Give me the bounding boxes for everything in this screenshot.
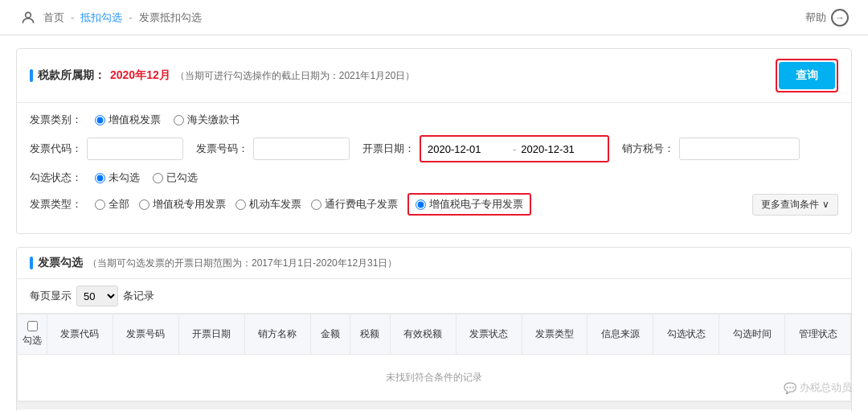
invoice-type-vat[interactable]: 增值税发票 xyxy=(95,113,161,127)
date-filter-item: 开票日期： - xyxy=(362,135,609,162)
table-header-row: 勾选 发票代码 发票号码 开票日期 销方名称 金额 税额 有效税额 发票状态 发… xyxy=(18,314,851,355)
code-number-date-row: 发票代码： 发票号码： 开票日期： - xyxy=(30,135,838,162)
invoice-category-row: 发票类型： 全部 增值税专用发票 机动车发票 xyxy=(30,193,838,216)
invoice-category-radio-group: 全部 增值税专用发票 机动车发票 通行费电子发票 xyxy=(95,193,531,216)
code-filter-item: 发票代码： xyxy=(30,138,183,160)
category-electronic-special-label: 增值税电子专用发票 xyxy=(429,197,523,212)
watermark-icon: 💬 xyxy=(784,382,796,394)
more-conditions-label: 更多查询条件 xyxy=(761,198,819,212)
invoice-type-customs-label: 海关缴款书 xyxy=(187,113,240,127)
th-tax: 税额 xyxy=(350,314,391,355)
breadcrumb-prefix: 首页 xyxy=(43,10,64,25)
tax-period-label: 税款所属期： xyxy=(38,68,105,83)
checked-radio[interactable] xyxy=(153,173,163,183)
svg-point-0 xyxy=(26,12,31,18)
th-manage-status: 管理状态 xyxy=(785,314,851,355)
number-filter-item: 发票号码： xyxy=(196,138,350,160)
number-label: 发票号码： xyxy=(196,142,248,156)
breadcrumb: 首页 - 抵扣勾选 - 发票抵扣勾选 xyxy=(19,9,202,27)
no-data-row: 未找到符合条件的记录 xyxy=(18,355,851,401)
watermark: 💬 办税总动员 xyxy=(784,380,852,395)
per-page-select[interactable]: 50 100 200 xyxy=(76,286,118,306)
invoice-selection-note: （当期可勾选发票的开票日期范围为：2017年1月1日-2020年12月31日） xyxy=(88,257,397,270)
category-special-vat[interactable]: 增值税专用发票 xyxy=(139,197,226,212)
th-number: 发票号码 xyxy=(113,314,178,355)
per-page-unit: 条记录 xyxy=(123,289,154,303)
category-special-vat-label: 增值税专用发票 xyxy=(153,197,226,212)
tax-period-value: 2020年12月 xyxy=(110,68,170,83)
seller-input[interactable] xyxy=(679,138,800,160)
category-vehicle-radio[interactable] xyxy=(235,199,246,210)
date-end-input[interactable] xyxy=(521,139,601,158)
category-vehicle-label: 机动车发票 xyxy=(249,197,301,212)
invoice-type-row: 发票类别： 增值税发票 海关缴款书 xyxy=(30,113,838,127)
category-toll-radio[interactable] xyxy=(311,199,321,210)
category-electronic-special[interactable]: 增值税电子专用发票 xyxy=(416,197,523,212)
tax-period-header: 税款所属期： 2020年12月 （当期可进行勾选操作的截止日期为：2021年1月… xyxy=(17,49,851,103)
invoice-type-vat-label: 增值税发票 xyxy=(108,113,161,127)
category-all[interactable]: 全部 xyxy=(95,197,129,212)
th-check-time: 勾选时间 xyxy=(719,314,785,355)
number-input[interactable] xyxy=(253,138,350,160)
date-label: 开票日期： xyxy=(362,142,415,156)
code-input[interactable] xyxy=(87,138,183,160)
check-status-checked[interactable]: 已勾选 xyxy=(153,171,198,185)
th-checkbox[interactable]: 勾选 xyxy=(18,314,47,355)
unchecked-label: 未勾选 xyxy=(108,171,140,185)
th-amount: 金额 xyxy=(310,314,350,355)
query-button-wrapper: 查询 xyxy=(776,59,838,92)
breadcrumb-sep1: - xyxy=(71,11,74,23)
invoice-selection-header: 发票勾选 （当期可勾选发票的开票日期范围为：2017年1月1日-2020年12月… xyxy=(17,248,851,279)
per-page-label: 每页显示 xyxy=(30,289,72,303)
invoice-table: 勾选 发票代码 发票号码 开票日期 销方名称 金额 税额 有效税额 发票状态 发… xyxy=(17,314,851,401)
query-btn-highlight-box: 查询 xyxy=(776,59,838,92)
category-electronic-special-radio[interactable] xyxy=(416,199,426,210)
select-all-checkbox[interactable] xyxy=(27,321,38,331)
th-effective-tax: 有效税额 xyxy=(390,314,456,355)
tax-period-note: （当期可进行勾选操作的截止日期为：2021年1月20日） xyxy=(175,69,416,83)
invoice-type-customs[interactable]: 海关缴款书 xyxy=(174,113,240,127)
invoice-selection-title: 发票勾选 （当期可勾选发票的开票日期范围为：2017年1月1日-2020年12月… xyxy=(30,256,397,270)
check-status-unchecked[interactable]: 未勾选 xyxy=(95,171,140,185)
breadcrumb-section: 抵扣勾选 xyxy=(80,10,122,25)
category-special-vat-radio[interactable] xyxy=(139,199,149,210)
category-vehicle[interactable]: 机动车发票 xyxy=(235,197,301,212)
watermark-text: 办税总动员 xyxy=(800,380,852,395)
check-status-radio-group: 未勾选 已勾选 xyxy=(95,171,198,185)
date-range-group: - xyxy=(420,135,609,162)
seller-filter-item: 销方税号： xyxy=(622,138,800,160)
th-check-label: 勾选 xyxy=(23,335,42,346)
more-conditions-button[interactable]: 更多查询条件 ∨ xyxy=(752,194,838,216)
invoice-type-radio-group: 增值税发票 海关缴款书 xyxy=(95,113,240,127)
category-all-label: 全部 xyxy=(108,197,129,212)
help-icon[interactable]: → xyxy=(831,9,849,27)
breadcrumb-sep2: - xyxy=(129,11,132,23)
date-separator: - xyxy=(513,143,516,155)
table-scroll-area[interactable]: 勾选 发票代码 发票号码 开票日期 销方名称 金额 税额 有效税额 发票状态 发… xyxy=(17,314,851,401)
category-all-radio[interactable] xyxy=(95,199,105,210)
checked-label: 已勾选 xyxy=(166,171,198,185)
th-check-status: 勾选状态 xyxy=(653,314,719,355)
breadcrumb-current: 发票抵扣勾选 xyxy=(139,10,202,25)
invoice-type-vat-radio[interactable] xyxy=(95,115,105,125)
invoice-selection-label: 发票勾选 xyxy=(38,256,83,270)
query-button[interactable]: 查询 xyxy=(779,62,835,89)
seller-label: 销方税号： xyxy=(622,142,674,156)
category-toll[interactable]: 通行费电子发票 xyxy=(311,197,398,212)
invoice-type-label: 发票类别： xyxy=(30,113,82,127)
no-data-cell: 未找到符合条件的记录 xyxy=(18,355,851,401)
invoice-selection-card: 发票勾选 （当期可勾选发票的开票日期范围为：2017年1月1日-2020年12月… xyxy=(16,247,852,411)
date-start-input[interactable] xyxy=(428,139,508,158)
invoice-type-customs-radio[interactable] xyxy=(174,115,184,125)
check-status-row: 勾选状态： 未勾选 已勾选 xyxy=(30,171,838,185)
th-type: 发票类型 xyxy=(522,314,588,355)
category-electronic-special-highlight: 增值税电子专用发票 xyxy=(407,193,531,216)
horizontal-scrollbar[interactable] xyxy=(17,401,851,409)
help-area[interactable]: 帮助 → xyxy=(805,9,849,27)
th-date: 开票日期 xyxy=(178,314,244,355)
help-label: 帮助 xyxy=(805,10,826,25)
filter-body: 发票类别： 增值税发票 海关缴款书 xyxy=(17,103,851,233)
th-seller: 销方名称 xyxy=(244,314,310,355)
unchecked-radio[interactable] xyxy=(95,173,105,183)
th-source: 信息来源 xyxy=(588,314,653,355)
